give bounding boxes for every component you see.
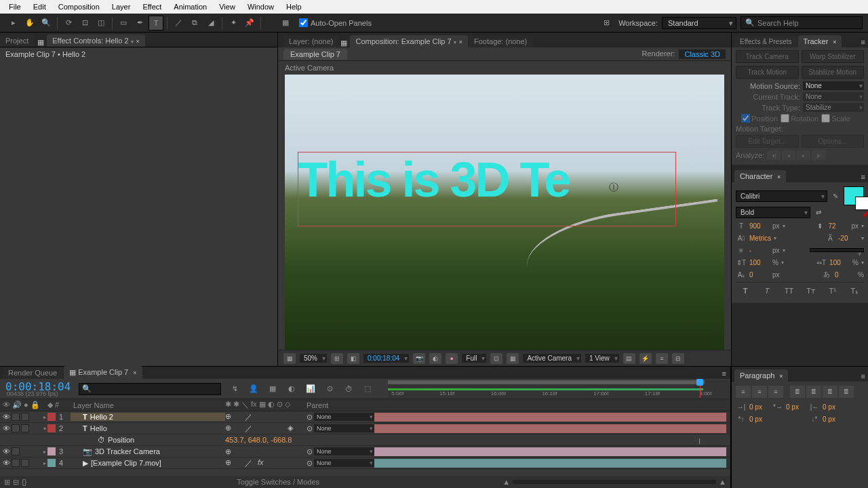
- parent-dropdown[interactable]: None: [314, 459, 374, 467]
- kerning-field[interactable]: Metrics: [749, 235, 771, 242]
- menu-composition[interactable]: Composition: [52, 1, 106, 12]
- snapping-icon[interactable]: ⊞: [599, 16, 614, 30]
- tsume-field[interactable]: 0: [835, 271, 855, 279]
- swap-colors-icon[interactable]: ⇄: [813, 208, 824, 218]
- tab-effect-controls[interactable]: Effect Controls: Hello 2 ▾×: [47, 35, 145, 47]
- zoom-dropdown[interactable]: 50%: [300, 354, 327, 363]
- parent-dropdown[interactable]: None: [314, 447, 374, 455]
- camera-dropdown[interactable]: Active Camera: [523, 354, 581, 363]
- pickwhip-icon[interactable]: ⊙: [307, 424, 313, 433]
- visibility-toggle[interactable]: 👁: [3, 424, 10, 432]
- expand-icon[interactable]: ▸: [43, 460, 46, 466]
- draft-3d-icon[interactable]: ⬚: [360, 382, 375, 396]
- rotate-tool-icon[interactable]: ⟳: [61, 16, 76, 30]
- layer-row[interactable]: 👁 ▸1 T Hello 2 ⊕／ ⊙None: [0, 411, 730, 423]
- smallcaps-button[interactable]: Tᴛ: [804, 285, 818, 296]
- layer-row[interactable]: 👁 ▸4 ▶ [Example Clip 7.mov] ⊕／fx ⊙None: [0, 458, 730, 469]
- justify-all-button[interactable]: ≣: [839, 386, 854, 398]
- align-right-button[interactable]: ≡: [768, 386, 783, 398]
- expand-icon[interactable]: ▸: [43, 414, 46, 420]
- workspace-dropdown[interactable]: Standard: [662, 17, 736, 29]
- visibility-toggle[interactable]: 👁: [3, 459, 10, 467]
- panel-toggle-icon[interactable]: ▦: [278, 16, 293, 30]
- comp-mini-icon[interactable]: ↯: [227, 382, 242, 396]
- pan-behind-tool-icon[interactable]: ◫: [94, 16, 108, 30]
- tab-effects-presets[interactable]: Effects & Presets: [734, 36, 797, 47]
- justify-left-button[interactable]: ≣: [790, 386, 805, 398]
- comp-subtab[interactable]: Example Clip 7: [283, 49, 347, 60]
- close-icon[interactable]: ×: [777, 174, 781, 180]
- close-icon[interactable]: ×: [833, 39, 836, 45]
- space-after-field[interactable]: 0 px: [823, 415, 843, 423]
- align-left-button[interactable]: ≡: [736, 386, 751, 398]
- close-icon[interactable]: ×: [136, 38, 140, 45]
- tab-render-queue[interactable]: Render Queue: [3, 367, 62, 379]
- motion-source-dropdown[interactable]: None: [803, 81, 864, 90]
- zoom-slider[interactable]: [513, 480, 716, 484]
- menu-view[interactable]: View: [213, 1, 241, 12]
- allcaps-button[interactable]: TT: [782, 285, 795, 296]
- resolution-dropdown[interactable]: Full: [462, 354, 486, 363]
- stopwatch-icon[interactable]: ⏱: [98, 436, 105, 444]
- eraser-tool-icon[interactable]: ◢: [203, 16, 218, 30]
- zoom-in-icon[interactable]: ▲: [719, 478, 726, 486]
- search-help-input[interactable]: 🔍 Search Help: [741, 16, 863, 29]
- pickwhip-icon[interactable]: ⊙: [307, 447, 313, 456]
- menu-file[interactable]: File: [3, 1, 27, 12]
- vscale-field[interactable]: 100: [749, 259, 770, 266]
- timeline-icon[interactable]: ≡: [656, 353, 668, 364]
- camera-tool-icon[interactable]: ⊡: [77, 16, 92, 30]
- tab-footage-none[interactable]: Footage: (none): [469, 35, 532, 47]
- eyedropper-icon[interactable]: ✎: [830, 191, 841, 201]
- font-family-dropdown[interactable]: Calibri: [736, 190, 827, 202]
- menu-edit[interactable]: Edit: [27, 1, 52, 12]
- panel-menu-icon[interactable]: ≡: [859, 37, 868, 47]
- pickwhip-icon[interactable]: ⊙: [307, 459, 313, 468]
- composition-viewport[interactable]: This is 3D Te Ⓘ: [285, 75, 724, 350]
- text-tool-icon[interactable]: T: [149, 16, 163, 30]
- parent-dropdown[interactable]: None: [314, 424, 374, 432]
- font-style-dropdown[interactable]: Bold: [736, 207, 810, 218]
- views-dropdown[interactable]: 1 View: [585, 354, 619, 363]
- shy-icon[interactable]: 👤: [246, 382, 261, 396]
- roto-tool-icon[interactable]: ✦: [226, 16, 241, 30]
- transparency-grid-icon[interactable]: ▦: [507, 353, 519, 364]
- toggle-switch-icon[interactable]: {}: [22, 478, 26, 486]
- tracking-field[interactable]: -20: [838, 235, 859, 242]
- tab-tracker[interactable]: Tracker ×: [798, 35, 842, 47]
- preview-time[interactable]: 0:00:18:04: [363, 354, 409, 363]
- close-icon[interactable]: ×: [779, 373, 783, 380]
- fill-color-swatch[interactable]: [844, 186, 864, 205]
- toggle-switch-icon[interactable]: ⊞: [4, 478, 10, 487]
- stopwatch-icon[interactable]: ⏱: [341, 382, 356, 396]
- snapshot-icon[interactable]: 📷: [413, 353, 425, 364]
- rect-tool-icon[interactable]: ▭: [116, 16, 131, 30]
- align-center-button[interactable]: ≡: [752, 386, 767, 398]
- pickwhip-icon[interactable]: ⊙: [307, 413, 313, 422]
- mask-icon[interactable]: ◧: [347, 353, 359, 364]
- leading-field[interactable]: 72: [828, 222, 848, 230]
- menu-effect[interactable]: Effect: [136, 1, 167, 12]
- toggle-switch-icon[interactable]: ⊟: [13, 478, 19, 487]
- baseline-field[interactable]: 0: [749, 271, 770, 279]
- subscript-button[interactable]: T₁: [848, 285, 861, 296]
- color-mgmt-icon[interactable]: ●: [446, 353, 458, 364]
- selection-tool-icon[interactable]: ▸: [6, 16, 21, 30]
- menu-help[interactable]: Help: [280, 1, 308, 12]
- menu-animation[interactable]: Animation: [167, 1, 213, 12]
- text-layer-overlay[interactable]: This is 3D Te: [298, 152, 569, 207]
- justify-right-button[interactable]: ≣: [823, 386, 837, 398]
- indent-right-field[interactable]: 0 px: [823, 403, 843, 411]
- stabilize-motion-button[interactable]: Stabilize Motion: [802, 66, 865, 79]
- tab-timeline-comp[interactable]: ▦ Example Clip 7 ×: [64, 366, 142, 379]
- parent-dropdown[interactable]: None: [314, 413, 374, 421]
- indent-left-field[interactable]: 0 px: [749, 403, 770, 411]
- tab-layer-none[interactable]: Layer: (none): [283, 35, 338, 47]
- bold-button[interactable]: T: [738, 285, 752, 296]
- puppet-tool-icon[interactable]: 📌: [242, 16, 257, 30]
- track-camera-button[interactable]: Track Camera: [736, 50, 799, 63]
- toggle-switches-button[interactable]: Toggle Switches / Modes: [237, 478, 319, 486]
- tab-project[interactable]: Project: [0, 35, 34, 47]
- close-icon[interactable]: ×: [133, 369, 136, 376]
- stroke-field[interactable]: -: [749, 247, 770, 254]
